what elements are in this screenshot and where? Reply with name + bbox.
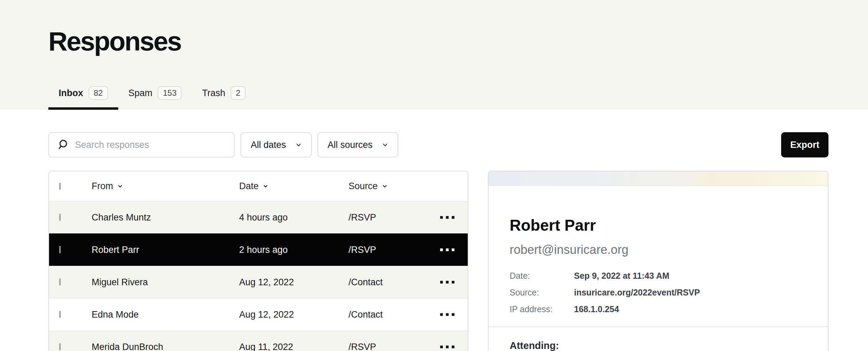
search-box[interactable] (48, 132, 235, 157)
row-checkbox[interactable] (59, 214, 61, 221)
date-filter-dropdown[interactable]: All dates (241, 132, 312, 157)
meta-label: Source: (510, 288, 574, 297)
attending-section-heading: Attending: (489, 327, 828, 351)
detail-banner (489, 171, 828, 186)
table-row[interactable]: Merida DunBroch Aug 11, 2022 /RSVP (49, 331, 468, 351)
from-header-label: From (92, 181, 113, 192)
tab-spam-label: Spam (128, 88, 153, 98)
export-button[interactable]: Export (781, 132, 828, 157)
source-filter-dropdown[interactable]: All sources (317, 132, 398, 157)
column-header-from[interactable]: From (92, 181, 239, 192)
row-actions-ellipsis-icon[interactable] (427, 213, 468, 222)
row-source: /RSVP (348, 245, 427, 255)
page-title: Responses (48, 26, 868, 57)
response-detail-panel: Robert Parr robert@insuricare.org Date: … (488, 171, 828, 351)
chevron-down-icon (296, 142, 301, 148)
date-filter-value: All dates (251, 140, 286, 150)
main-panels: From Date Source (48, 171, 828, 351)
sort-chevron-icon (263, 183, 268, 189)
meta-label: Date: (510, 271, 574, 281)
row-source: /Contact (348, 277, 427, 288)
table-row[interactable]: Miguel Rivera Aug 12, 2022 /Contact (49, 266, 468, 298)
row-source: /RSVP (348, 342, 427, 351)
tab-trash[interactable]: Trash 2 (192, 86, 255, 110)
meta-value: 168.1.0.254 (574, 304, 807, 314)
row-from: Miguel Rivera (92, 277, 239, 288)
select-all-checkbox[interactable] (59, 183, 61, 190)
detail-name: Robert Parr (510, 216, 807, 234)
sort-chevron-icon (382, 183, 388, 189)
content-area: All dates All sources Export From (0, 132, 868, 351)
row-from: Robert Parr (92, 245, 239, 255)
row-date: 4 hours ago (239, 212, 348, 223)
tab-inbox-label: Inbox (59, 88, 83, 98)
tab-spam-count-badge: 153 (158, 86, 182, 100)
detail-meta: Date: Sep 9, 2022 at 11:43 AM Source: in… (510, 268, 807, 318)
responses-table: From Date Source (48, 171, 468, 351)
row-from: Merida DunBroch (92, 342, 239, 351)
column-header-source[interactable]: Source (348, 181, 427, 192)
search-input[interactable] (75, 140, 226, 150)
row-source: /RSVP (348, 212, 427, 223)
chevron-down-icon (382, 142, 388, 148)
toolbar: All dates All sources Export (48, 132, 828, 157)
row-checkbox[interactable] (59, 311, 61, 318)
search-icon (57, 139, 69, 151)
detail-body: Robert Parr robert@insuricare.org Date: … (489, 216, 828, 318)
tab-trash-count-badge: 2 (231, 86, 245, 100)
row-from: Edna Mode (92, 309, 239, 320)
row-date: Aug 12, 2022 (239, 277, 348, 288)
row-checkbox[interactable] (59, 343, 61, 350)
table-header-row: From Date Source (49, 171, 468, 201)
column-header-date[interactable]: Date (239, 181, 348, 192)
row-actions-ellipsis-icon[interactable] (427, 277, 468, 287)
row-source: /Contact (348, 309, 427, 320)
tab-inbox[interactable]: Inbox 82 (48, 86, 118, 110)
meta-row-date: Date: Sep 9, 2022 at 11:43 AM (510, 268, 807, 284)
row-actions-ellipsis-icon[interactable] (427, 342, 468, 351)
date-header-label: Date (239, 181, 259, 192)
meta-row-source: Source: insuricare.org/2022event/RSVP (510, 284, 807, 301)
table-row[interactable]: Charles Muntz 4 hours ago /RSVP (49, 201, 468, 233)
table-row-selected[interactable]: Robert Parr 2 hours ago /RSVP (49, 233, 468, 266)
row-checkbox[interactable] (59, 278, 61, 286)
row-date: 2 hours ago (239, 245, 348, 255)
tab-bar: Inbox 82 Spam 153 Trash 2 (48, 86, 868, 110)
row-actions-ellipsis-icon[interactable] (427, 310, 468, 319)
meta-row-ip: IP address: 168.1.0.254 (510, 301, 807, 318)
row-from: Charles Muntz (92, 212, 239, 223)
tab-trash-label: Trash (202, 88, 225, 98)
meta-value: Sep 9, 2022 at 11:43 AM (574, 271, 807, 281)
row-date: Aug 11, 2022 (239, 342, 348, 351)
row-checkbox[interactable] (59, 246, 61, 253)
source-filter-value: All sources (328, 140, 373, 150)
table-row[interactable]: Edna Mode Aug 12, 2022 /Contact (49, 298, 468, 331)
meta-value: insuricare.org/2022event/RSVP (574, 288, 807, 297)
sort-chevron-icon (117, 183, 123, 189)
header-band: Responses Inbox 82 Spam 153 Trash 2 (0, 0, 868, 110)
row-actions-ellipsis-icon[interactable] (427, 245, 468, 255)
row-date: Aug 12, 2022 (239, 309, 348, 320)
tab-inbox-count-badge: 82 (89, 86, 108, 100)
source-header-label: Source (348, 181, 378, 192)
meta-label: IP address: (510, 304, 574, 314)
detail-email: robert@insuricare.org (510, 242, 807, 257)
tab-spam[interactable]: Spam 153 (118, 86, 192, 110)
